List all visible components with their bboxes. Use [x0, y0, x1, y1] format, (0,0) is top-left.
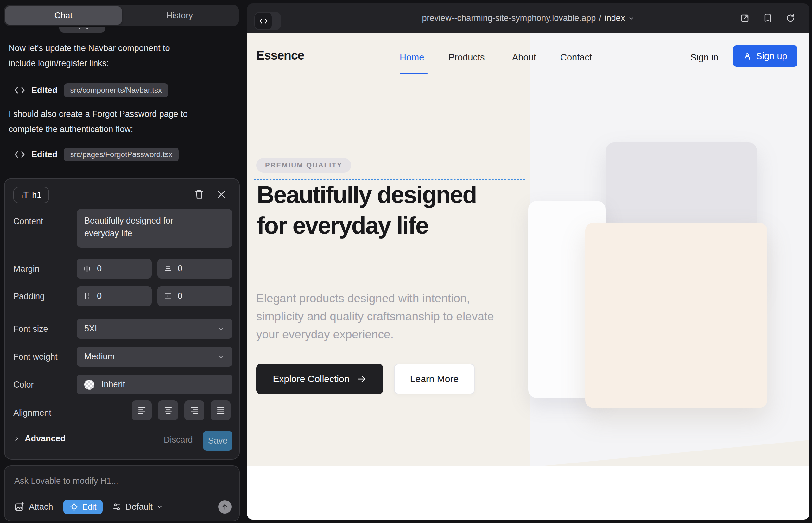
type-size-icon: тT: [21, 190, 28, 200]
hero-cta-row: Explore Collection Learn More: [256, 364, 475, 394]
chat-history-tabbar: Chat History: [4, 5, 239, 26]
hero-badge: PREMIUM QUALITY: [256, 158, 351, 173]
mode-selector[interactable]: Default: [112, 502, 163, 512]
open-external-button[interactable]: [738, 11, 752, 25]
trash-icon: [194, 189, 204, 199]
align-right-button[interactable]: [184, 400, 204, 420]
user-icon: [743, 52, 752, 60]
edited-file-chip[interactable]: src/components/Navbar.tsx: [64, 83, 168, 97]
nav-link-about[interactable]: About: [512, 52, 536, 63]
tab-history[interactable]: History: [122, 6, 238, 25]
chevron-down-icon: [217, 353, 225, 361]
element-editor-panel: тT h1 Content Beautifully designed for e…: [4, 178, 240, 460]
mobile-view-button[interactable]: [761, 11, 775, 25]
close-editor-button[interactable]: [214, 187, 228, 201]
preview-url[interactable]: preview--charming-site-symphony.lovable.…: [247, 3, 810, 33]
sliders-icon: [112, 502, 122, 511]
align-center-icon: [163, 406, 173, 415]
explore-collection-button[interactable]: Explore Collection: [256, 364, 383, 394]
composer-toolbar: Attach Edit Default: [14, 499, 231, 515]
learn-more-button[interactable]: Learn More: [394, 364, 475, 394]
code-icon: [14, 150, 25, 159]
refresh-icon: [786, 13, 795, 23]
arrow-up-icon: [221, 503, 229, 511]
margin-y-input[interactable]: 0: [157, 259, 232, 278]
code-icon: [14, 86, 25, 94]
refresh-button[interactable]: [783, 11, 797, 25]
close-icon: [217, 190, 226, 199]
edit-mode-button[interactable]: Edit: [63, 500, 103, 514]
align-justify-icon: [216, 406, 226, 415]
alignment-buttons: [132, 400, 231, 420]
nav-link-contact[interactable]: Contact: [560, 52, 592, 63]
font-weight-select[interactable]: Medium: [77, 347, 232, 366]
alignment-label: Alignment: [13, 408, 51, 418]
color-swatch: [84, 380, 94, 390]
padding-y-input[interactable]: 0: [157, 286, 232, 306]
composer-placeholder: Ask Lovable to modify H1...: [14, 476, 119, 486]
margin-x-icon: [83, 265, 91, 273]
attach-button[interactable]: Attach: [14, 502, 53, 512]
tab-chat[interactable]: Chat: [5, 6, 122, 25]
margin-x-input[interactable]: 0: [77, 259, 152, 278]
arrow-right-icon: [357, 374, 366, 384]
font-weight-label: Font weight: [13, 352, 58, 362]
padding-label: Padding: [13, 292, 45, 301]
scrolled-chip-fragment: [59, 27, 105, 33]
margin-label: Margin: [13, 264, 40, 274]
align-justify-button[interactable]: [211, 400, 231, 420]
sign-in-link[interactable]: Sign in: [690, 52, 719, 63]
margin-y-icon: [164, 265, 172, 273]
edited-label: Edited: [31, 86, 58, 95]
send-button[interactable]: [218, 500, 231, 513]
nav-link-home[interactable]: Home: [400, 52, 424, 63]
site-logo[interactable]: Essence: [256, 49, 304, 62]
chevron-down-icon: [156, 504, 163, 510]
edited-label: Edited: [31, 150, 58, 160]
decorative-wedge: [539, 440, 810, 466]
advanced-toggle[interactable]: Advanced: [13, 434, 66, 444]
lovable-workspace: Chat History Now let's update the Navbar…: [0, 0, 812, 523]
padding-y-icon: [164, 292, 172, 301]
element-tag: h1: [32, 190, 41, 200]
edited-file-row: Edited src/pages/ForgotPassword.tsx: [14, 147, 179, 162]
color-label: Color: [13, 380, 34, 390]
edited-file-row: Edited src/components/Navbar.tsx: [14, 83, 168, 97]
padding-x-input[interactable]: 0: [77, 286, 152, 306]
color-select[interactable]: Inherit: [77, 375, 232, 395]
assistant-message: I should also create a Forgot Password p…: [8, 106, 195, 137]
h1-selection-outline[interactable]: Beautifully designed for everyday life: [254, 179, 525, 276]
sign-up-button[interactable]: Sign up: [733, 45, 797, 67]
chat-composer[interactable]: Ask Lovable to modify H1... Attach Edit …: [4, 465, 240, 521]
discard-button[interactable]: Discard: [164, 435, 193, 445]
element-tag-badge: тT h1: [13, 187, 49, 203]
font-size-select[interactable]: 5XL: [77, 319, 232, 339]
chevron-down-icon: [628, 16, 634, 22]
assistant-message: Now let's update the Navbar component to…: [8, 40, 195, 71]
preview-window: preview--charming-site-symphony.lovable.…: [247, 3, 810, 520]
delete-element-button[interactable]: [192, 187, 206, 201]
hero-paragraph: Elegant products designed with intention…: [256, 289, 510, 343]
active-link-underline: [400, 73, 427, 74]
decorative-card-cream: [585, 222, 767, 408]
external-link-icon: [740, 13, 749, 23]
smartphone-icon: [763, 13, 772, 23]
site-preview: Essence Home Products About Contact Sign…: [247, 33, 810, 520]
align-left-button[interactable]: [132, 400, 152, 420]
attach-image-icon: [14, 502, 24, 512]
chevron-down-icon: [217, 325, 225, 333]
preview-toolbar: preview--charming-site-symphony.lovable.…: [247, 3, 810, 33]
preview-actions: [738, 3, 797, 33]
align-right-icon: [190, 406, 199, 415]
hero-section: PREMIUM QUALITY Beautifully designed for…: [247, 78, 810, 466]
align-left-icon: [137, 406, 147, 415]
chevron-right-icon: [13, 436, 20, 442]
padding-x-icon: [83, 292, 91, 301]
save-button[interactable]: Save: [203, 431, 232, 451]
nav-link-products[interactable]: Products: [448, 52, 484, 63]
content-input[interactable]: Beautifully designed for everyday life: [77, 209, 232, 248]
site-navbar: Essence Home Products About Contact Sign…: [247, 33, 810, 78]
align-center-button[interactable]: [158, 400, 178, 420]
edited-file-chip[interactable]: src/pages/ForgotPassword.tsx: [64, 147, 179, 161]
hero-heading: Beautifully designed for everyday life: [257, 179, 478, 240]
